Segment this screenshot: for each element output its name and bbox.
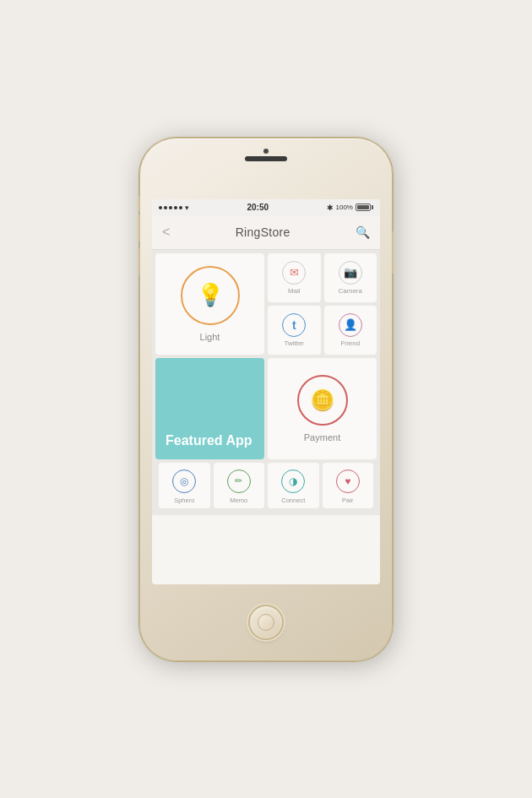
app-cell-payment[interactable]: 🪙 Payment <box>268 358 377 459</box>
signal-area: ▾ <box>159 204 189 212</box>
connect-label: Connect <box>281 497 305 504</box>
back-button[interactable]: < <box>162 225 170 240</box>
nav-bar: < RingStore 🔍 <box>152 216 380 250</box>
wifi-icon: ▾ <box>185 204 189 212</box>
twitter-icon-circle: t <box>282 313 306 337</box>
bluetooth-icon: ✱ <box>327 204 334 212</box>
light-icon: 💡 <box>197 282 224 308</box>
app-cell-featured[interactable]: Featured App <box>155 358 264 459</box>
connect-icon-circle: ◑ <box>281 470 305 493</box>
app-cell-pair[interactable]: ♥ Pair <box>323 463 374 508</box>
volume-down-button[interactable] <box>138 248 140 275</box>
twitter-label: Twitter <box>284 339 304 347</box>
mail-icon-circle: ✉ <box>282 261 306 285</box>
sphero-label: Sphero <box>174 497 194 504</box>
home-button[interactable] <box>248 605 284 640</box>
mail-icon: ✉ <box>290 266 299 279</box>
bottom-apps-row: ◎ Sphero ✏ Memo ◑ Connect <box>155 463 377 512</box>
home-button-inner <box>258 614 274 631</box>
payment-icon: 🪙 <box>310 388 335 412</box>
camera-dot <box>263 149 269 154</box>
memo-icon-circle: ✏ <box>227 470 251 493</box>
app-grid: 💡 Light ✉ Mail <box>152 250 380 515</box>
pair-label: Pair <box>342 497 353 504</box>
status-bar: ▾ 20:50 ✱ 100% <box>152 199 380 216</box>
search-button[interactable]: 🔍 <box>356 225 370 239</box>
bottom-bezel <box>140 584 392 660</box>
connect-icon: ◑ <box>289 475 297 487</box>
sphero-icon-circle: ◎ <box>172 470 196 493</box>
app-cell-twitter[interactable]: t Twitter <box>268 306 321 355</box>
volume-up-button[interactable] <box>138 214 140 242</box>
row-2: Featured App 🪙 Payment <box>155 358 377 459</box>
top-bezel <box>140 149 392 161</box>
small-apps-row2: t Twitter 👤 Friend <box>268 306 377 355</box>
app-cell-friend[interactable]: 👤 Friend <box>324 306 377 355</box>
screen: ▾ 20:50 ✱ 100% < RingStore 🔍 <box>152 199 380 584</box>
battery-pct: 100% <box>336 204 353 211</box>
app-cell-light[interactable]: 💡 Light <box>155 253 264 355</box>
power-button[interactable] <box>392 231 394 274</box>
app-cell-memo[interactable]: ✏ Memo <box>214 463 265 508</box>
memo-label: Memo <box>230 497 247 504</box>
status-time: 20:50 <box>247 203 269 212</box>
app-cell-connect[interactable]: ◑ Connect <box>268 463 319 508</box>
camera-label: Camera <box>339 287 362 295</box>
sphero-icon: ◎ <box>180 475 188 487</box>
nav-title: RingStore <box>236 225 290 239</box>
mute-button[interactable] <box>138 196 140 211</box>
memo-icon: ✏ <box>235 475 242 486</box>
row-1: 💡 Light ✉ Mail <box>155 253 377 355</box>
twitter-icon: t <box>292 318 296 332</box>
phone-shell: ▾ 20:50 ✱ 100% < RingStore 🔍 <box>139 138 393 661</box>
featured-label: Featured App <box>166 432 252 448</box>
camera-icon-circle: 📷 <box>339 261 362 285</box>
app-cell-sphero[interactable]: ◎ Sphero <box>159 463 210 508</box>
mail-label: Mail <box>288 287 301 295</box>
pair-icon-circle: ♥ <box>336 470 360 493</box>
friend-icon: 👤 <box>344 318 357 331</box>
light-circle: 💡 <box>181 266 240 325</box>
payment-label: Payment <box>304 432 340 442</box>
pair-icon: ♥ <box>345 475 350 487</box>
small-apps-col: ✉ Mail 📷 Camera <box>268 253 377 355</box>
app-cell-camera[interactable]: 📷 Camera <box>324 253 377 302</box>
speaker-grille <box>245 156 287 161</box>
friend-icon-circle: 👤 <box>339 313 362 337</box>
payment-circle: 🪙 <box>297 375 348 426</box>
light-label: Light <box>200 332 220 342</box>
small-apps-row1: ✉ Mail 📷 Camera <box>268 253 377 302</box>
app-cell-mail[interactable]: ✉ Mail <box>268 253 321 302</box>
signal-dots <box>159 206 182 209</box>
battery-area: ✱ 100% <box>327 204 373 212</box>
battery-icon <box>356 204 373 211</box>
camera-icon: 📷 <box>344 266 357 279</box>
friend-label: Friend <box>340 339 360 347</box>
